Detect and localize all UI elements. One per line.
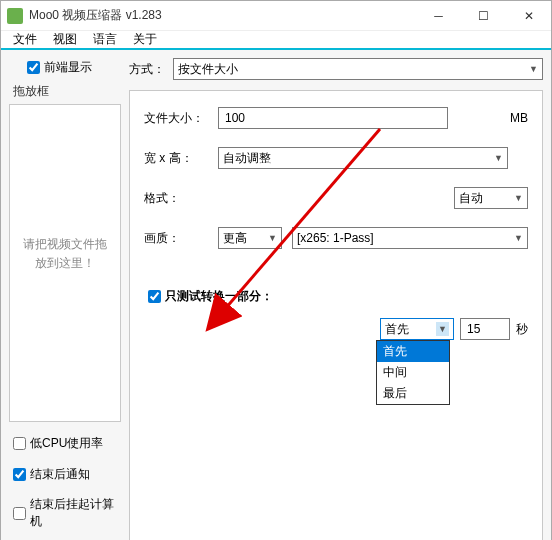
bottom-checkboxes: 低CPU使用率 结束后通知 结束后挂起计算机: [9, 434, 121, 540]
chevron-down-icon: ▼: [436, 322, 449, 336]
notify-end-row[interactable]: 结束后通知: [9, 465, 121, 484]
codec-dropdown[interactable]: [x265: 1-Pass] ▼: [292, 227, 528, 249]
front-display-row[interactable]: 前端显示: [9, 58, 121, 77]
format-row: 格式： 自动 ▼: [144, 187, 528, 209]
minimize-button[interactable]: ─: [416, 1, 461, 31]
app-window: Moo0 视频压缩器 v1.283 ─ ☐ ✕ 文件 视图 语言 关于 前端显示…: [0, 0, 552, 540]
wh-dropdown[interactable]: 自动调整 ▼: [218, 147, 508, 169]
body: 前端显示 拖放框 请把视频文件拖 放到这里！ 低CPU使用率 结束后通知: [1, 50, 551, 540]
chevron-down-icon: ▼: [529, 64, 538, 74]
front-display-checkbox[interactable]: [27, 61, 40, 74]
quality-value: 更高: [223, 230, 247, 247]
wh-value: 自动调整: [223, 150, 271, 167]
suspend-end-row[interactable]: 结束后挂起计算机: [9, 496, 121, 530]
right-panel: 方式： 按文件大小 ▼ 文件大小： MB 宽 x 高： 自动调整 ▼: [129, 58, 543, 540]
test-option-first[interactable]: 首先: [377, 341, 449, 362]
test-position-dropdown[interactable]: 首先 ▼: [380, 318, 454, 340]
filesize-row: 文件大小： MB: [144, 107, 528, 129]
menu-file[interactable]: 文件: [5, 31, 45, 48]
suspend-end-checkbox[interactable]: [13, 507, 26, 520]
format-label: 格式：: [144, 190, 208, 207]
test-label: 只测试转换一部分：: [165, 288, 273, 305]
notify-end-checkbox[interactable]: [13, 468, 26, 481]
low-cpu-row[interactable]: 低CPU使用率: [9, 434, 121, 453]
drop-frame-label: 拖放框: [13, 83, 121, 100]
front-display-label: 前端显示: [44, 59, 92, 76]
codec-value: [x265: 1-Pass]: [297, 231, 374, 245]
format-value: 自动: [459, 190, 483, 207]
drop-zone[interactable]: 请把视频文件拖 放到这里！: [9, 104, 121, 422]
titlebar[interactable]: Moo0 视频压缩器 v1.283 ─ ☐ ✕: [1, 1, 551, 31]
method-dropdown[interactable]: 按文件大小 ▼: [173, 58, 543, 80]
low-cpu-label: 低CPU使用率: [30, 435, 103, 452]
left-panel: 前端显示 拖放框 请把视频文件拖 放到这里！ 低CPU使用率 结束后通知: [9, 58, 121, 540]
method-row: 方式： 按文件大小 ▼: [129, 58, 543, 80]
chevron-down-icon: ▼: [514, 233, 523, 243]
menubar: 文件 视图 语言 关于: [1, 31, 551, 50]
menu-lang[interactable]: 语言: [85, 31, 125, 48]
close-button[interactable]: ✕: [506, 1, 551, 31]
low-cpu-checkbox[interactable]: [13, 437, 26, 450]
app-icon: [7, 8, 23, 24]
chevron-down-icon: ▼: [494, 153, 503, 163]
test-checkbox[interactable]: [148, 290, 161, 303]
test-option-last[interactable]: 最后: [377, 383, 449, 404]
drop-message-line1: 请把视频文件拖: [20, 235, 110, 254]
filesize-unit: MB: [510, 111, 528, 125]
quality-label: 画质：: [144, 230, 208, 247]
test-row[interactable]: 只测试转换一部分：: [144, 287, 528, 306]
maximize-button[interactable]: ☐: [461, 1, 506, 31]
test-option-middle[interactable]: 中间: [377, 362, 449, 383]
test-position-popup[interactable]: 首先 中间 最后: [376, 340, 450, 405]
window-buttons: ─ ☐ ✕: [416, 1, 551, 31]
menu-view[interactable]: 视图: [45, 31, 85, 48]
format-dropdown[interactable]: 自动 ▼: [454, 187, 528, 209]
chevron-down-icon: ▼: [268, 233, 277, 243]
quality-row: 画质： 更高 ▼ [x265: 1-Pass] ▼: [144, 227, 528, 249]
quality-dropdown[interactable]: 更高 ▼: [218, 227, 282, 249]
drop-message: 请把视频文件拖 放到这里！: [20, 235, 110, 273]
settings-panel: 文件大小： MB 宽 x 高： 自动调整 ▼ 格式： 自动 ▼: [129, 90, 543, 540]
test-position-value: 首先: [385, 321, 409, 338]
window-title: Moo0 视频压缩器 v1.283: [29, 7, 416, 24]
notify-end-label: 结束后通知: [30, 466, 90, 483]
filesize-input[interactable]: [218, 107, 448, 129]
method-value: 按文件大小: [178, 61, 238, 78]
suspend-end-label: 结束后挂起计算机: [30, 496, 121, 530]
wh-label: 宽 x 高：: [144, 150, 208, 167]
method-label: 方式：: [129, 61, 165, 78]
menu-about[interactable]: 关于: [125, 31, 165, 48]
test-params-row: 首先 ▼ 秒 首先 中间 最后: [144, 318, 528, 340]
test-unit: 秒: [516, 321, 528, 338]
test-duration-input[interactable]: [460, 318, 510, 340]
chevron-down-icon: ▼: [514, 193, 523, 203]
filesize-label: 文件大小：: [144, 110, 208, 127]
wh-row: 宽 x 高： 自动调整 ▼: [144, 147, 528, 169]
drop-message-line2: 放到这里！: [20, 254, 110, 273]
